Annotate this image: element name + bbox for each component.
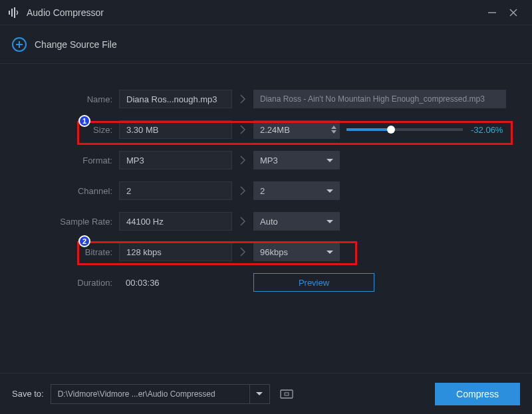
- samplerate-select[interactable]: Auto: [253, 212, 340, 231]
- bitrate-source-value: 128 kbps: [119, 243, 232, 261]
- channel-source-value: 2: [119, 181, 232, 200]
- compress-button[interactable]: Compress: [435, 383, 520, 405]
- size-slider-wrap: -32.06%: [346, 125, 503, 135]
- svg-rect-2: [14, 7, 15, 18]
- row-format: Format: MP3 MP3: [16, 145, 516, 175]
- preview-button[interactable]: Preview: [253, 273, 374, 292]
- svg-rect-9: [285, 393, 289, 395]
- format-label: Format:: [16, 155, 119, 165]
- format-source-value: MP3: [119, 151, 232, 169]
- chevron-down-icon: [327, 159, 333, 162]
- size-slider[interactable]: [346, 128, 463, 131]
- row-duration: Duration: 00:03:36 Preview: [16, 267, 516, 298]
- channel-select[interactable]: 2: [253, 181, 340, 200]
- slider-fill: [346, 128, 391, 131]
- svg-rect-8: [281, 390, 293, 398]
- duration-value: 00:03:36: [119, 278, 232, 288]
- chevron-right-icon: [232, 155, 253, 165]
- channel-target-value: 2: [260, 186, 327, 196]
- stepper-up-icon[interactable]: [331, 126, 336, 129]
- samplerate-source-value: 44100 Hz: [119, 212, 232, 231]
- close-button[interactable]: [503, 2, 524, 23]
- chevron-down-icon: [327, 251, 333, 254]
- chevron-right-icon: [232, 217, 253, 226]
- plus-circle-icon: [12, 37, 27, 52]
- size-percent-change: -32.06%: [471, 125, 503, 135]
- row-bitrate: Bitrate: 128 kbps 96kbps: [16, 237, 516, 267]
- save-path-dropdown[interactable]: [250, 384, 270, 404]
- chevron-right-icon: [232, 94, 253, 104]
- duration-label: Duration:: [16, 278, 119, 288]
- save-path-field[interactable]: D:\Vidmore\Vidmore ...er\Audio Compresse…: [51, 384, 250, 404]
- change-source-label: Change Source File: [35, 39, 117, 50]
- name-source-value: Diana Ros...nough.mp3: [119, 90, 232, 108]
- save-to-label: Save to:: [12, 389, 44, 399]
- bitrate-target-value: 96kbps: [260, 247, 327, 257]
- row-size: Size: 3.30 MB 2.24MB -32.06%: [16, 114, 516, 145]
- samplerate-target-value: Auto: [260, 217, 327, 227]
- stepper-buttons: [328, 120, 340, 139]
- chevron-down-icon: [327, 220, 333, 223]
- size-source-value: 3.30 MB: [119, 120, 232, 139]
- row-channel: Channel: 2 2: [16, 175, 516, 206]
- samplerate-label: Sample Rate:: [16, 217, 119, 227]
- size-target-value: 2.24MB: [253, 125, 328, 135]
- slider-thumb[interactable]: [387, 126, 395, 134]
- app-title: Audio Compressor: [27, 7, 481, 18]
- chevron-down-icon: [327, 189, 333, 193]
- annotation-badge-1: 1: [78, 115, 90, 127]
- title-bar: Audio Compressor: [0, 0, 532, 25]
- format-select[interactable]: MP3: [253, 151, 340, 169]
- app-logo-icon: [8, 7, 20, 19]
- name-label: Name:: [16, 94, 119, 104]
- size-target-stepper[interactable]: 2.24MB: [253, 120, 340, 139]
- open-folder-button[interactable]: [278, 387, 295, 401]
- change-source-row[interactable]: Change Source File: [0, 25, 532, 64]
- row-name: Name: Diana Ros...nough.mp3 Diana Ross -…: [16, 84, 516, 114]
- chevron-right-icon: [232, 247, 253, 257]
- output-name-field[interactable]: Diana Ross - Ain't No Mountain High Enou…: [253, 90, 506, 108]
- chevron-right-icon: [232, 186, 253, 195]
- annotation-badge-2: 2: [78, 235, 90, 247]
- bitrate-label: Bitrate:: [16, 247, 119, 257]
- svg-rect-0: [9, 11, 10, 15]
- format-target-value: MP3: [260, 155, 327, 165]
- bitrate-select[interactable]: 96kbps: [253, 243, 340, 261]
- form-area: Name: Diana Ros...nough.mp3 Diana Ross -…: [0, 64, 532, 298]
- folder-icon: [280, 389, 293, 399]
- row-samplerate: Sample Rate: 44100 Hz Auto: [16, 206, 516, 237]
- stepper-down-icon[interactable]: [331, 130, 336, 134]
- chevron-down-icon: [256, 392, 263, 395]
- minimize-button[interactable]: [481, 2, 503, 23]
- bottom-bar: Save to: D:\Vidmore\Vidmore ...er\Audio …: [0, 373, 532, 414]
- channel-label: Channel:: [16, 186, 119, 196]
- size-label: Size:: [16, 125, 119, 135]
- svg-rect-1: [11, 9, 13, 17]
- chevron-right-icon: [232, 125, 253, 134]
